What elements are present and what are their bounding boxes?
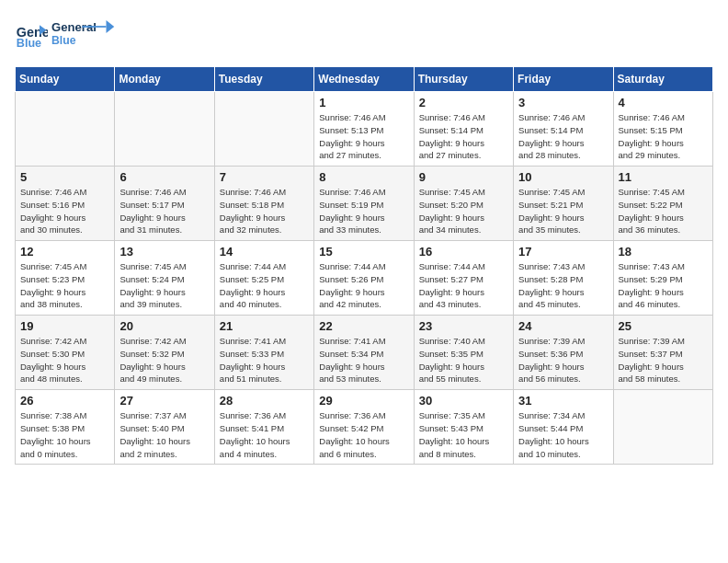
day-info: Sunrise: 7:45 AM Sunset: 5:22 PM Dayligh… xyxy=(619,186,708,236)
calendar-cell: 15Sunrise: 7:44 AM Sunset: 5:26 PM Dayli… xyxy=(314,241,414,316)
calendar-cell: 31Sunrise: 7:34 AM Sunset: 5:44 PM Dayli… xyxy=(514,390,613,465)
day-info: Sunrise: 7:45 AM Sunset: 5:20 PM Dayligh… xyxy=(419,186,508,236)
day-info: Sunrise: 7:46 AM Sunset: 5:13 PM Dayligh… xyxy=(319,111,408,162)
day-number: 8 xyxy=(319,170,408,184)
calendar-cell: 14Sunrise: 7:44 AM Sunset: 5:25 PM Dayli… xyxy=(214,241,313,316)
calendar-cell: 5Sunrise: 7:46 AM Sunset: 5:16 PM Daylig… xyxy=(16,167,115,241)
calendar-cell: 24Sunrise: 7:39 AM Sunset: 5:36 PM Dayli… xyxy=(514,316,613,390)
calendar-cell: 1Sunrise: 7:46 AM Sunset: 5:13 PM Daylig… xyxy=(314,92,414,167)
calendar-cell: 2Sunrise: 7:46 AM Sunset: 5:14 PM Daylig… xyxy=(414,92,513,167)
calendar-cell: 26Sunrise: 7:38 AM Sunset: 5:38 PM Dayli… xyxy=(16,390,115,465)
day-number: 22 xyxy=(319,319,408,333)
weekday-header-wednesday: Wednesday xyxy=(314,67,414,92)
day-info: Sunrise: 7:45 AM Sunset: 5:24 PM Dayligh… xyxy=(119,260,209,311)
calendar-cell: 18Sunrise: 7:43 AM Sunset: 5:29 PM Dayli… xyxy=(613,241,712,316)
calendar-cell: 16Sunrise: 7:44 AM Sunset: 5:27 PM Dayli… xyxy=(414,241,513,316)
weekday-header-saturday: Saturday xyxy=(613,67,712,92)
calendar-cell: 3Sunrise: 7:46 AM Sunset: 5:14 PM Daylig… xyxy=(514,92,613,167)
calendar-cell: 9Sunrise: 7:45 AM Sunset: 5:20 PM Daylig… xyxy=(414,167,513,241)
day-info: Sunrise: 7:46 AM Sunset: 5:17 PM Dayligh… xyxy=(119,186,209,236)
day-number: 2 xyxy=(419,96,508,109)
svg-text:Blue: Blue xyxy=(17,37,41,50)
calendar-cell xyxy=(613,390,712,465)
day-info: Sunrise: 7:42 AM Sunset: 5:30 PM Dayligh… xyxy=(20,335,109,385)
day-number: 10 xyxy=(518,170,608,184)
day-info: Sunrise: 7:46 AM Sunset: 5:14 PM Dayligh… xyxy=(419,111,508,162)
calendar-cell: 4Sunrise: 7:46 AM Sunset: 5:15 PM Daylig… xyxy=(613,92,712,167)
calendar-cell: 23Sunrise: 7:40 AM Sunset: 5:35 PM Dayli… xyxy=(414,316,513,390)
calendar-cell: 12Sunrise: 7:45 AM Sunset: 5:23 PM Dayli… xyxy=(16,241,115,316)
calendar-week-row: 1Sunrise: 7:46 AM Sunset: 5:13 PM Daylig… xyxy=(16,92,713,167)
calendar-cell: 19Sunrise: 7:42 AM Sunset: 5:30 PM Dayli… xyxy=(16,316,115,390)
day-number: 9 xyxy=(419,170,508,184)
day-info: Sunrise: 7:39 AM Sunset: 5:37 PM Dayligh… xyxy=(619,335,708,385)
svg-marker-6 xyxy=(107,20,115,33)
calendar-week-row: 5Sunrise: 7:46 AM Sunset: 5:16 PM Daylig… xyxy=(16,167,713,241)
day-number: 28 xyxy=(220,394,309,408)
day-info: Sunrise: 7:46 AM Sunset: 5:15 PM Dayligh… xyxy=(619,111,708,162)
day-info: Sunrise: 7:43 AM Sunset: 5:29 PM Dayligh… xyxy=(619,260,708,311)
calendar-cell: 11Sunrise: 7:45 AM Sunset: 5:22 PM Dayli… xyxy=(613,167,712,241)
calendar-week-row: 26Sunrise: 7:38 AM Sunset: 5:38 PM Dayli… xyxy=(16,390,713,465)
day-number: 14 xyxy=(220,245,309,259)
day-info: Sunrise: 7:44 AM Sunset: 5:26 PM Dayligh… xyxy=(319,260,408,311)
logo: General Blue General Blue xyxy=(15,15,116,55)
day-number: 4 xyxy=(619,96,708,109)
day-info: Sunrise: 7:46 AM Sunset: 5:14 PM Dayligh… xyxy=(518,111,608,162)
calendar-cell: 22Sunrise: 7:41 AM Sunset: 5:34 PM Dayli… xyxy=(314,316,414,390)
logo-icon: General Blue xyxy=(15,18,48,52)
day-number: 24 xyxy=(518,319,608,333)
day-number: 15 xyxy=(319,245,408,259)
day-number: 6 xyxy=(119,170,209,184)
day-number: 25 xyxy=(619,319,708,333)
weekday-header-sunday: Sunday xyxy=(16,67,115,92)
day-info: Sunrise: 7:43 AM Sunset: 5:28 PM Dayligh… xyxy=(518,260,608,311)
calendar-body: 1Sunrise: 7:46 AM Sunset: 5:13 PM Daylig… xyxy=(16,92,713,465)
day-number: 23 xyxy=(419,319,508,333)
day-number: 18 xyxy=(619,245,708,259)
day-info: Sunrise: 7:45 AM Sunset: 5:21 PM Dayligh… xyxy=(518,186,608,236)
day-number: 13 xyxy=(119,245,209,259)
day-info: Sunrise: 7:35 AM Sunset: 5:43 PM Dayligh… xyxy=(419,409,508,460)
day-info: Sunrise: 7:41 AM Sunset: 5:34 PM Dayligh… xyxy=(319,335,408,385)
calendar-week-row: 12Sunrise: 7:45 AM Sunset: 5:23 PM Dayli… xyxy=(16,241,713,316)
day-info: Sunrise: 7:41 AM Sunset: 5:33 PM Dayligh… xyxy=(220,335,309,385)
calendar-cell xyxy=(115,92,214,167)
general-blue-logo-svg: General Blue xyxy=(51,15,116,52)
day-number: 11 xyxy=(619,170,708,184)
day-info: Sunrise: 7:46 AM Sunset: 5:18 PM Dayligh… xyxy=(220,186,309,236)
calendar-cell: 27Sunrise: 7:37 AM Sunset: 5:40 PM Dayli… xyxy=(115,390,214,465)
calendar-cell: 29Sunrise: 7:36 AM Sunset: 5:42 PM Dayli… xyxy=(314,390,414,465)
day-number: 26 xyxy=(20,394,109,408)
calendar-cell: 7Sunrise: 7:46 AM Sunset: 5:18 PM Daylig… xyxy=(214,167,313,241)
calendar-cell: 28Sunrise: 7:36 AM Sunset: 5:41 PM Dayli… xyxy=(214,390,313,465)
day-info: Sunrise: 7:36 AM Sunset: 5:42 PM Dayligh… xyxy=(319,409,408,460)
calendar-cell: 10Sunrise: 7:45 AM Sunset: 5:21 PM Dayli… xyxy=(514,167,613,241)
calendar-cell: 20Sunrise: 7:42 AM Sunset: 5:32 PM Dayli… xyxy=(115,316,214,390)
day-info: Sunrise: 7:46 AM Sunset: 5:19 PM Dayligh… xyxy=(319,186,408,236)
day-number: 19 xyxy=(20,319,109,333)
weekday-header-thursday: Thursday xyxy=(414,67,513,92)
calendar-table: SundayMondayTuesdayWednesdayThursdayFrid… xyxy=(15,66,713,465)
day-number: 21 xyxy=(220,319,309,333)
day-info: Sunrise: 7:38 AM Sunset: 5:38 PM Dayligh… xyxy=(20,409,109,460)
day-number: 20 xyxy=(119,319,209,333)
calendar-header-row: SundayMondayTuesdayWednesdayThursdayFrid… xyxy=(16,67,713,92)
day-number: 7 xyxy=(220,170,309,184)
day-info: Sunrise: 7:45 AM Sunset: 5:23 PM Dayligh… xyxy=(20,260,109,311)
weekday-header-friday: Friday xyxy=(514,67,613,92)
day-info: Sunrise: 7:42 AM Sunset: 5:32 PM Dayligh… xyxy=(119,335,209,385)
day-number: 12 xyxy=(20,245,109,259)
day-number: 16 xyxy=(419,245,508,259)
day-info: Sunrise: 7:34 AM Sunset: 5:44 PM Dayligh… xyxy=(518,409,608,460)
day-info: Sunrise: 7:44 AM Sunset: 5:25 PM Dayligh… xyxy=(220,260,309,311)
day-info: Sunrise: 7:37 AM Sunset: 5:40 PM Dayligh… xyxy=(119,409,209,460)
day-info: Sunrise: 7:44 AM Sunset: 5:27 PM Dayligh… xyxy=(419,260,508,311)
day-info: Sunrise: 7:46 AM Sunset: 5:16 PM Dayligh… xyxy=(20,186,109,236)
calendar-week-row: 19Sunrise: 7:42 AM Sunset: 5:30 PM Dayli… xyxy=(16,316,713,390)
calendar-cell xyxy=(16,92,115,167)
weekday-header-monday: Monday xyxy=(115,67,214,92)
day-info: Sunrise: 7:39 AM Sunset: 5:36 PM Dayligh… xyxy=(518,335,608,385)
day-number: 30 xyxy=(419,394,508,408)
svg-text:Blue: Blue xyxy=(51,34,76,47)
